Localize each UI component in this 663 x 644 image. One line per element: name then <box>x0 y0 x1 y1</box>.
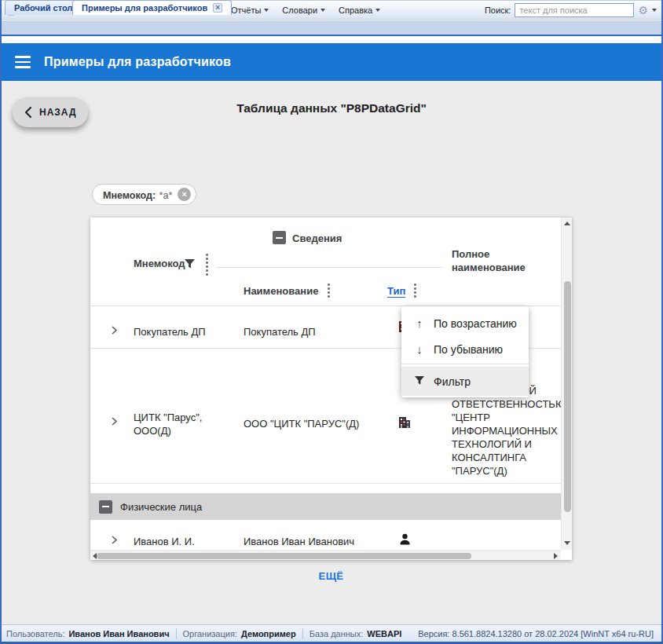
gear-icon[interactable]: ⚙ <box>638 5 648 16</box>
tab-strip <box>0 20 663 35</box>
tab-developer-examples[interactable]: Примеры для разработчиков × <box>72 0 232 15</box>
tab-developer-examples-label: Примеры для разработчиков <box>82 3 207 13</box>
close-icon[interactable]: × <box>213 3 222 13</box>
statusbar-database: База данных: WEBAPI <box>303 629 408 639</box>
expand-row-icon[interactable] <box>111 535 118 545</box>
app-header: Примеры для разработчиков <box>0 43 663 81</box>
expand-row-icon[interactable] <box>111 325 118 335</box>
cell-mnemocode: Покупатель ДП <box>134 326 206 338</box>
app-window: Файл Документы Учёт Функции Отчёты Слова… <box>0 0 663 644</box>
statusbar-organization: Организация: Демопример <box>177 629 302 639</box>
collapse-group-icon[interactable] <box>99 500 112 514</box>
tab-desktop-label: Рабочий стол <box>14 3 72 13</box>
filter-chip-value: *а* <box>159 190 173 201</box>
vertical-scroll-thumb[interactable] <box>564 281 571 512</box>
search-label: Поиск: <box>485 5 511 15</box>
chevron-down-icon <box>321 9 325 12</box>
chevron-down-icon <box>375 9 380 12</box>
scroll-down-icon[interactable] <box>564 541 570 545</box>
statusbar-user: Пользователь: Иванов Иван Иванович <box>6 629 176 639</box>
column-header-mnemocode[interactable]: Мнемокод <box>134 258 185 269</box>
person-icon <box>398 532 412 546</box>
menu-reports-label: Отчёты <box>231 5 261 15</box>
group-underline <box>216 267 442 268</box>
filter-icon <box>412 375 427 388</box>
cell-name: Покупатель ДП <box>244 326 316 338</box>
vertical-scrollbar[interactable] <box>561 218 572 550</box>
statusbar-organization-value: Демопример <box>241 629 296 639</box>
filter-chip: Мнемокод: *а* × <box>92 184 196 205</box>
horizontal-scroll-thumb[interactable] <box>97 553 471 559</box>
column-header-fullname[interactable]: Полное наименование <box>452 247 562 274</box>
scroll-right-icon[interactable] <box>554 553 558 559</box>
cell-name: ООО "ЦИТК "ПАРУС"(Д) <box>244 418 385 430</box>
app-header-title: Примеры для разработчиков <box>44 55 231 69</box>
column-context-menu: ↑ По возрастанию ↓ По убыванию Фильтр <box>401 306 529 397</box>
cell-mnemocode: Иванов И. И. <box>134 536 195 547</box>
statusbar-user-label: Пользователь: <box>6 629 64 639</box>
filter-icon[interactable] <box>184 258 196 272</box>
menu-dictionaries[interactable]: Словари <box>275 3 332 17</box>
chevron-down-icon[interactable] <box>652 9 657 12</box>
content-area: НАЗАД Таблица данных "P8PDataGrid" Мнемо… <box>0 81 663 624</box>
page-title: Таблица данных "P8PDataGrid" <box>0 101 663 115</box>
group-row-label: Физические лица <box>120 501 202 513</box>
divider <box>90 483 561 484</box>
column-header-name[interactable]: Наименование <box>244 285 318 297</box>
group-row-individuals[interactable]: Физические лица <box>90 493 561 520</box>
statusbar-database-value: WEBAPI <box>367 629 401 639</box>
filter-chip-label: Мнемокод: <box>103 190 156 201</box>
column-menu-icon[interactable] <box>206 254 208 276</box>
menu-help-label: Справка <box>339 5 372 15</box>
cell-name: Иванов Иван Иванович <box>244 536 354 547</box>
menu-item-label: По убыванию <box>434 343 503 356</box>
building-icon <box>397 415 412 430</box>
tab-strip-underline <box>0 35 663 36</box>
menu-item-label: По возрастанию <box>434 317 517 330</box>
search-input[interactable] <box>515 3 634 17</box>
column-menu-icon[interactable] <box>414 284 416 298</box>
statusbar-database-label: База данных: <box>310 629 364 639</box>
menu-help[interactable]: Справка <box>332 3 386 17</box>
expand-row-icon[interactable] <box>111 416 118 426</box>
statusbar-user-value: Иванов Иван Иванович <box>68 629 169 639</box>
menu-item-sort-descending[interactable]: ↓ По убыванию <box>401 336 529 362</box>
window-border <box>0 0 2 644</box>
arrow-up-icon: ↑ <box>412 317 427 330</box>
column-header-type[interactable]: Тип <box>387 285 405 298</box>
data-grid: Сведения Мнемокод Полное наименование На… <box>90 218 572 560</box>
collapse-group-icon[interactable] <box>273 231 286 244</box>
divider <box>401 364 529 364</box>
horizontal-scrollbar[interactable] <box>90 550 561 560</box>
statusbar-version: Версия: 8.561.8824.13280 от 28.02.2024 [… <box>418 629 657 639</box>
menu-dictionaries-label: Словари <box>282 5 317 15</box>
hamburger-menu-icon[interactable] <box>15 56 31 68</box>
cell-mnemocode: ЦИТК "Парус", ООО(Д) <box>134 411 222 437</box>
menu-item-filter[interactable]: Фильтр <box>401 367 529 396</box>
menu-item-sort-ascending[interactable]: ↑ По возрастанию <box>401 310 529 336</box>
tab-desktop[interactable]: Рабочий стол <box>5 0 82 15</box>
statusbar-organization-label: Организация: <box>183 629 237 639</box>
statusbar: Пользователь: Иванов Иван Иванович Орган… <box>0 624 663 642</box>
close-icon[interactable]: × <box>178 188 191 201</box>
menu-item-label: Фильтр <box>434 375 471 388</box>
arrow-down-icon: ↓ <box>412 342 427 356</box>
column-menu-icon[interactable] <box>328 284 330 298</box>
more-button[interactable]: ЕЩЁ <box>90 570 572 582</box>
column-group-header: Сведения <box>292 232 342 244</box>
scroll-up-icon[interactable] <box>564 221 570 225</box>
chevron-down-icon <box>264 9 269 12</box>
